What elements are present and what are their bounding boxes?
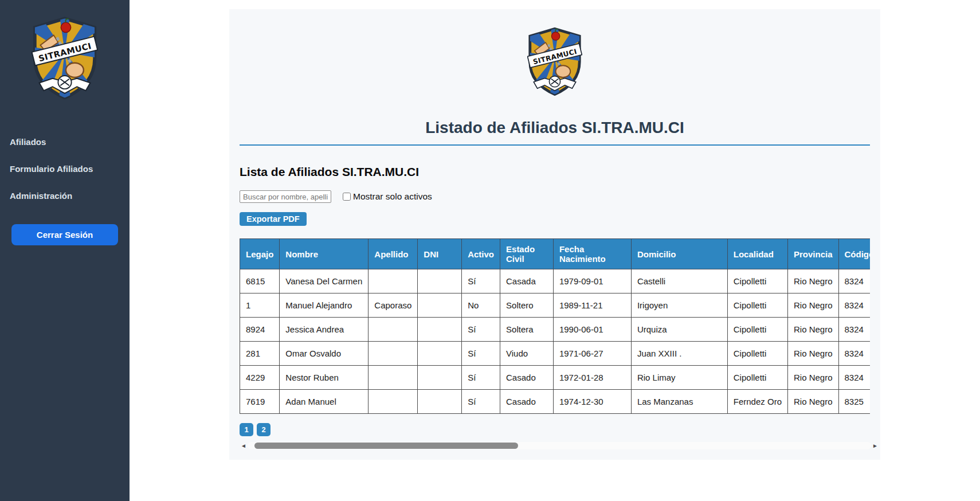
table-cell: 8924	[240, 318, 280, 342]
table-cell: 8324	[838, 342, 870, 366]
page-button-1[interactable]: 1	[240, 423, 253, 436]
column-header: Estado Civil	[500, 239, 554, 269]
search-input[interactable]	[240, 190, 331, 203]
table-cell: Cipolletti	[727, 293, 787, 318]
table-cell	[418, 269, 462, 293]
table-cell: 281	[240, 342, 280, 366]
table-cell	[369, 366, 418, 390]
table-cell: Adan Manuel	[280, 390, 369, 414]
table-cell: 6815	[240, 269, 280, 293]
table-cell	[418, 366, 462, 390]
table-cell: Casado	[500, 366, 554, 390]
table-row: 281Omar OsvaldoSíViudo1971-06-27Juan XXI…	[240, 342, 871, 366]
table-cell: Sí	[462, 318, 500, 342]
table-cell: 1990-06-01	[553, 318, 631, 342]
sidebar-item-afiliados[interactable]: Afiliados	[0, 128, 130, 155]
column-header: Activo	[462, 239, 500, 269]
sitramuci-logo-main: SITRAMUCI	[527, 26, 582, 96]
title-divider	[240, 144, 870, 146]
table-cell: Nestor Ruben	[280, 366, 369, 390]
section-title: Lista de Afiliados SI.TRA.MU.CI	[240, 165, 870, 179]
scrollbar-thumb[interactable]	[254, 443, 518, 449]
active-filter[interactable]: Mostrar solo activos	[343, 191, 432, 202]
table-cell: Rio Negro	[787, 293, 838, 318]
table-cell: Casada	[500, 269, 554, 293]
table-header: LegajoNombreApellidoDNIActivoEstado Civi…	[240, 239, 871, 269]
column-header: Localidad	[727, 239, 787, 269]
table-cell: 8325	[838, 390, 870, 414]
filter-controls: Mostrar solo activos	[240, 190, 870, 203]
table-cell: Rio Negro	[787, 366, 838, 390]
table-cell: 1	[240, 293, 280, 318]
table-cell: Rio Negro	[787, 269, 838, 293]
table-row: 4229Nestor RubenSíCasado1972-01-28Rio Li…	[240, 366, 871, 390]
table-cell: Castelli	[631, 269, 727, 293]
active-filter-label: Mostrar solo activos	[353, 191, 432, 202]
scroll-right-arrow-icon[interactable]: ►	[871, 442, 879, 449]
column-header: Provincia	[787, 239, 838, 269]
content-panel: SITRAMUCI Listado de Afiliados SI.TRA.MU…	[229, 9, 880, 460]
table-cell: Ferndez Oro	[727, 390, 787, 414]
column-header: Código	[838, 239, 870, 269]
column-header: Apellido	[369, 239, 418, 269]
table-cell: Soltera	[500, 318, 554, 342]
table-cell	[418, 342, 462, 366]
table-cell	[418, 390, 462, 414]
table-row: 6815Vanesa Del CarmenSíCasada1979-09-01C…	[240, 269, 871, 293]
table-row: 7619Adan ManuelSíCasado1974-12-30Las Man…	[240, 390, 871, 414]
table-cell: Cipolletti	[727, 342, 787, 366]
table-cell: Rio Limay	[631, 366, 727, 390]
table-cell: Omar Osvaldo	[280, 342, 369, 366]
active-filter-checkbox[interactable]	[343, 193, 351, 201]
table-cell: 1974-12-30	[553, 390, 631, 414]
table-cell: Cipolletti	[727, 269, 787, 293]
column-header: DNI	[418, 239, 462, 269]
table-cell: Sí	[462, 269, 500, 293]
page-button-2[interactable]: 2	[257, 423, 271, 436]
table-cell: Urquiza	[631, 318, 727, 342]
table-row: 1Manuel AlejandroCaporasoNoSoltero1989-1…	[240, 293, 871, 318]
sidebar-item-administración[interactable]: Administración	[0, 182, 130, 209]
table-cell	[369, 342, 418, 366]
affiliates-table: LegajoNombreApellidoDNIActivoEstado Civi…	[240, 238, 870, 414]
table-cell: 1971-06-27	[553, 342, 631, 366]
sidebar: SITRAMUCI AfiliadosFormulario AfiliadosA…	[0, 0, 130, 501]
table-cell: Vanesa Del Carmen	[280, 269, 369, 293]
column-header: Nombre	[280, 239, 369, 269]
table-cell: Sí	[462, 342, 500, 366]
table-cell: 1972-01-28	[553, 366, 631, 390]
affiliates-table-container: LegajoNombreApellidoDNIActivoEstado Civi…	[240, 238, 870, 414]
table-cell: Juan XXIII .	[631, 342, 727, 366]
scroll-left-arrow-icon[interactable]: ◄	[240, 442, 248, 449]
sidebar-item-formulario-afiliados[interactable]: Formulario Afiliados	[0, 155, 130, 182]
table-cell: Manuel Alejandro	[280, 293, 369, 318]
main-logo-wrap: SITRAMUCI	[240, 9, 870, 99]
sitramuci-logo-sidebar: SITRAMUCI	[32, 16, 98, 100]
main-area: SITRAMUCI Listado de Afiliados SI.TRA.MU…	[130, 0, 980, 501]
table-cell: Cipolletti	[727, 366, 787, 390]
table-cell	[369, 269, 418, 293]
table-cell: Casado	[500, 390, 554, 414]
table-cell: Rio Negro	[787, 342, 838, 366]
table-cell	[369, 318, 418, 342]
table-cell: Las Manzanas	[631, 390, 727, 414]
table-cell: Cipolletti	[727, 318, 787, 342]
scrollbar-track[interactable]	[248, 442, 871, 449]
horizontal-scrollbar: ◄ ►	[240, 442, 879, 449]
pagination: 12	[240, 423, 870, 436]
table-cell: Rio Negro	[787, 318, 838, 342]
table-cell: 8324	[838, 293, 870, 318]
table-cell: Sí	[462, 390, 500, 414]
page-title: Listado de Afiliados SI.TRA.MU.CI	[240, 118, 870, 138]
table-cell: Rio Negro	[787, 390, 838, 414]
logout-button[interactable]: Cerrar Sesión	[11, 224, 118, 245]
table-cell: Sí	[462, 366, 500, 390]
column-header: Legajo	[240, 239, 280, 269]
column-header: Fecha Nacimiento	[553, 239, 631, 269]
table-cell: 4229	[240, 366, 280, 390]
sidebar-nav: AfiliadosFormulario AfiliadosAdministrac…	[0, 128, 130, 209]
export-pdf-button[interactable]: Exportar PDF	[240, 212, 307, 226]
table-cell: 7619	[240, 390, 280, 414]
table-cell: Soltero	[500, 293, 554, 318]
table-cell	[418, 293, 462, 318]
